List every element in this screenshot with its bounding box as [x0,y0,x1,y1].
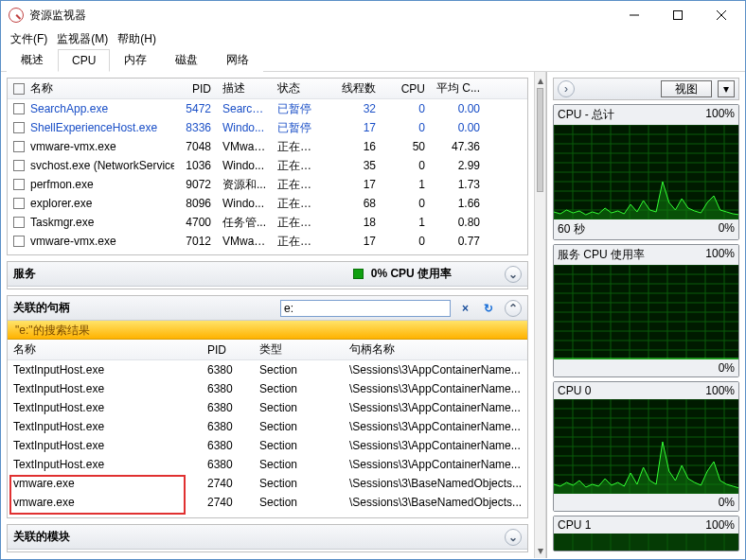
row-checkbox[interactable] [13,103,25,114]
row-checkbox[interactable] [13,236,25,247]
process-row[interactable]: svchost.exe (NetworkService)1036Windo...… [8,156,527,175]
process-desc: VMwar... [217,235,272,248]
process-status: 正在运行 [272,196,327,212]
menu-file[interactable]: 文件(F) [7,29,51,49]
handle-pid: 2740 [202,477,254,490]
process-desc: Windo... [217,159,272,172]
row-checkbox[interactable] [13,122,25,133]
header-checkbox[interactable] [13,83,25,95]
col-threads[interactable]: 线程数 [327,80,382,96]
row-checkbox[interactable] [13,160,25,171]
row-checkbox[interactable] [13,141,25,152]
process-cpu: 1 [382,216,431,229]
process-row[interactable]: vmware-vmx.exe7012VMwar...正在运行1700.77 [8,232,527,251]
handle-row[interactable]: TextInputHost.exe6380Section\Sessions\3\… [8,379,527,398]
col-desc[interactable]: 描述 [217,80,272,96]
hcol-name[interactable]: 名称 [8,341,202,358]
handle-name: TextInputHost.exe [8,439,202,452]
process-desc: Windo... [217,121,272,134]
close-button[interactable] [700,1,743,29]
handle-type: Section [254,420,344,433]
process-name: svchost.exe (NetworkService) [30,159,174,172]
handle-row[interactable]: TextInputHost.exe6380Section\Sessions\3\… [8,455,527,474]
scroll-down-arrow[interactable]: ▾ [535,542,545,558]
process-row[interactable]: Taskmgr.exe4700任务管...正在运行1810.80 [8,213,527,232]
hcol-hname[interactable]: 句柄名称 [344,341,527,358]
process-cpu: 0 [382,102,431,115]
row-checkbox[interactable] [13,179,25,190]
handles-collapse-button[interactable]: ⌃ [505,300,522,317]
refresh-search-button[interactable]: ↻ [480,302,497,315]
hcol-type[interactable]: 类型 [254,341,344,358]
services-usage-label: 0% CPU 使用率 [371,266,452,282]
modules-expand-button[interactable]: ⌄ [505,529,522,546]
process-name: perfmon.exe [30,178,94,191]
handle-type: Section [254,477,344,490]
process-desc: Search... [217,102,272,115]
col-avg[interactable]: 平均 C... [431,80,486,96]
hcol-pid[interactable]: PID [202,343,254,357]
handle-row[interactable]: TextInputHost.exe6380Section\Sessions\3\… [8,360,527,379]
tab-network[interactable]: 网络 [212,47,263,72]
scroll-up-arrow[interactable]: ▴ [535,72,545,88]
col-cpu[interactable]: CPU [382,82,431,96]
chart-rvalue: 100% [705,384,735,397]
process-threads: 32 [327,102,382,115]
tab-cpu[interactable]: CPU [58,49,110,72]
modules-panel: 关联的模块 ⌄ [7,524,528,552]
process-name: vmware-vmx.exe [30,235,116,248]
left-scrollbar[interactable]: ▴ ▾ [534,72,545,558]
maximize-button[interactable] [656,1,700,29]
scroll-thumb[interactable] [537,88,543,192]
handle-pid: 6380 [202,439,254,452]
process-status: 已暂停 [272,101,327,117]
handle-row[interactable]: vmware.exe2740Section\Sessions\3\BaseNam… [8,474,527,493]
process-pid: 5472 [174,102,217,115]
process-row[interactable]: explorer.exe8096Windo...正在运行6801.66 [8,194,527,213]
right-pane: › 视图 ▾ CPU - 总计100%60 秒0%服务 CPU 使用率100%0… [546,72,745,558]
clear-search-button[interactable]: × [458,302,472,315]
tab-memory[interactable]: 内存 [110,47,161,72]
process-threads: 18 [327,216,382,229]
tab-disk[interactable]: 磁盘 [161,47,212,72]
col-name[interactable]: 名称 [30,80,53,96]
chart-block: CPU 0100%0% [553,381,739,512]
process-status: 正在运行 [272,158,327,174]
handle-row[interactable]: TextInputHost.exe6380Section\Sessions\3\… [8,436,527,455]
collapse-right-button[interactable]: › [558,80,575,97]
process-row[interactable]: vmware-vmx.exe7048VMwar...正在运行165047.36 [8,137,527,156]
menu-help[interactable]: 帮助(H) [114,29,160,49]
process-status: 正在运行 [272,177,327,193]
handle-row[interactable]: vmware.exe2740Section\Sessions\3\BaseNam… [8,493,527,512]
row-checkbox[interactable] [13,217,25,228]
chart-foot-right: 0% [719,496,735,509]
handle-row[interactable]: TextInputHost.exe6380Section\Sessions\3\… [8,417,527,436]
processes-header-row: 名称 PID 描述 状态 线程数 CPU 平均 C... [8,79,527,99]
process-desc: 资源和... [217,177,272,193]
services-expand-button[interactable]: ⌄ [505,266,522,283]
menu-monitor[interactable]: 监视器(M) [53,29,112,49]
handles-search-input[interactable] [280,300,451,317]
chart-block: 服务 CPU 使用率100%0% [553,244,739,377]
col-pid[interactable]: PID [174,82,217,96]
process-cpu: 0 [382,121,431,134]
process-threads: 16 [327,140,382,153]
handle-name: TextInputHost.exe [8,420,202,433]
handle-hname: \Sessions\3\AppContainerName... [344,458,527,471]
process-status: 正在运行 [272,139,327,155]
col-status[interactable]: 状态 [272,80,327,96]
process-row[interactable]: SearchApp.exe5472Search...已暂停3200.00 [8,99,527,118]
minimize-button[interactable] [613,1,656,29]
row-checkbox[interactable] [13,198,25,209]
process-name: explorer.exe [30,197,92,210]
handle-name: TextInputHost.exe [8,363,202,376]
process-row[interactable]: ShellExperienceHost.exe8336Windo...已暂停17… [8,118,527,137]
process-status: 正在运行 [272,234,327,250]
view-dropdown-button[interactable]: ▾ [718,80,735,97]
view-button[interactable]: 视图 [661,80,712,97]
tab-overview[interactable]: 概述 [7,47,58,72]
handle-hname: \Sessions\3\AppContainerName... [344,439,527,452]
handle-row[interactable]: TextInputHost.exe6380Section\Sessions\3\… [8,398,527,417]
process-row[interactable]: perfmon.exe9072资源和...正在运行1711.73 [8,175,527,194]
chart-title: CPU 0 [558,384,591,397]
